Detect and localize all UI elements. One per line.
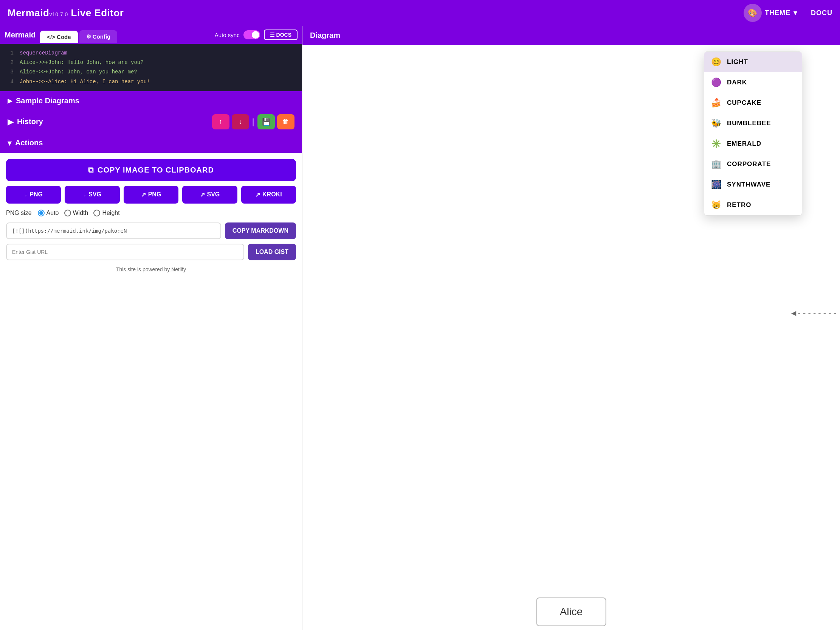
- header: Mermaidv10.7.0 Live Editor 🎨 THEME ▾ DOC…: [0, 0, 840, 26]
- tab-bar: Mermaid </> Code ⚙ Config Auto sync ☰ DO…: [0, 26, 302, 44]
- emerald-theme-label: EMERALD: [727, 140, 761, 147]
- diagram-header: Diagram: [302, 26, 840, 45]
- external-svg-button[interactable]: ↗ SVG: [182, 186, 237, 204]
- gist-input[interactable]: [6, 244, 244, 260]
- history-download-button[interactable]: ↓: [232, 114, 249, 130]
- theme-option-synthwave[interactable]: 🎆 SYNTHWAVE: [704, 174, 802, 195]
- external-png-icon: ↗: [141, 191, 146, 198]
- emerald-theme-icon: ✳️: [711, 139, 722, 149]
- diagram-arrow: ◄- - - - - - - -: [790, 309, 836, 318]
- history-upload-button[interactable]: ↑: [212, 114, 229, 130]
- sample-diagrams-label: Sample Diagrams: [16, 97, 79, 105]
- app-subtitle: Live Editor: [68, 7, 124, 19]
- radio-height-icon: [93, 210, 100, 217]
- actions-section[interactable]: ▾ Actions: [0, 133, 302, 153]
- dark-theme-icon: 🟣: [711, 78, 722, 87]
- theme-button[interactable]: 🎨 THEME ▾: [737, 1, 803, 25]
- external-png-button[interactable]: ↗ PNG: [124, 186, 178, 204]
- tab-code[interactable]: </> Code: [40, 31, 77, 43]
- png-size-height[interactable]: Height: [93, 210, 120, 217]
- theme-icon: 🎨: [744, 4, 762, 22]
- code-line-2: 2 Alice->>+John: Hello John, how are you…: [6, 58, 296, 67]
- download-png-button[interactable]: ↓ PNG: [6, 186, 61, 204]
- app-version: v10.7.0: [49, 11, 68, 17]
- png-size-row: PNG size Auto Width Height: [6, 208, 296, 218]
- panel-label: Mermaid: [5, 31, 36, 43]
- tab-right-controls: Auto sync ☰ DOCS: [215, 30, 297, 44]
- code-line-1: 1 sequenceDiagram: [6, 48, 296, 58]
- tab-config[interactable]: ⚙ Config: [79, 30, 118, 43]
- history-delete-button[interactable]: 🗑: [277, 114, 294, 130]
- retro-theme-label: RETRO: [727, 201, 752, 209]
- code-line-3: 3 Alice->>+John: John, can you hear me?: [6, 67, 296, 77]
- config-tab-label: ⚙ Config: [86, 33, 111, 40]
- history-save-button[interactable]: 💾: [257, 114, 275, 130]
- kroki-button[interactable]: ↗ KROKI: [241, 186, 296, 204]
- copy-image-label: COPY IMAGE TO CLIPBOARD: [98, 166, 214, 174]
- download-svg-button[interactable]: ↓ SVG: [65, 186, 120, 204]
- netlify-text: This site is powered by Netlify: [116, 266, 186, 272]
- external-svg-icon: ↗: [200, 191, 205, 198]
- png-size-radio-group: Auto Width Height: [38, 210, 120, 217]
- theme-option-bumblebee[interactable]: 🐝 BUMBLEBEE: [704, 113, 802, 134]
- save-icon: 💾: [262, 118, 270, 126]
- radio-auto-icon: [38, 210, 44, 217]
- trash-icon: 🗑: [283, 118, 289, 126]
- download-row: ↓ PNG ↓ SVG ↗ PNG ↗ SVG ↗ KROKI: [6, 186, 296, 204]
- corporate-theme-label: CORPORATE: [727, 160, 771, 168]
- download-icon: ↓: [238, 118, 242, 126]
- theme-option-light[interactable]: 😊 LIGHT: [704, 52, 802, 72]
- code-editor[interactable]: 1 sequenceDiagram 2 Alice->>+John: Hello…: [0, 44, 302, 91]
- app-name: Mermaid: [8, 7, 49, 19]
- download-svg-label: SVG: [88, 191, 101, 198]
- load-gist-label: LOAD GIST: [256, 249, 289, 255]
- kroki-label: KROKI: [262, 191, 282, 198]
- theme-option-emerald[interactable]: ✳️ EMERALD: [704, 134, 802, 154]
- png-size-width[interactable]: Width: [64, 210, 88, 217]
- toggle-knob: [252, 31, 259, 39]
- theme-option-cupcake[interactable]: 🍰 CUPCAKE: [704, 93, 802, 113]
- actions-label: Actions: [15, 138, 43, 147]
- theme-option-retro[interactable]: 😸 RETRO: [704, 195, 802, 215]
- markdown-input[interactable]: [6, 223, 221, 239]
- code-tab-label: </> Code: [47, 34, 71, 40]
- synthwave-theme-label: SYNTHWAVE: [727, 181, 771, 188]
- sample-diagrams-section[interactable]: ▶ Sample Diagrams: [0, 91, 302, 111]
- radio-width-icon: [64, 210, 71, 217]
- download-png-label: PNG: [30, 191, 43, 198]
- copy-markdown-button[interactable]: COPY MARKDOWN: [225, 223, 296, 239]
- retro-theme-icon: 😸: [711, 200, 722, 210]
- dark-theme-label: DARK: [727, 79, 747, 86]
- theme-option-corporate[interactable]: 🏢 CORPORATE: [704, 154, 802, 174]
- docu-button[interactable]: DOCU: [803, 6, 840, 20]
- actions-content: ⧉ COPY IMAGE TO CLIPBOARD ↓ PNG ↓ SVG ↗ …: [0, 153, 302, 282]
- copy-markdown-label: COPY MARKDOWN: [232, 227, 289, 234]
- png-size-auto[interactable]: Auto: [38, 210, 59, 217]
- code-line-4: 4 John-->>-Alice: Hi Alice, I can hear y…: [6, 77, 296, 87]
- main-layout: Mermaid </> Code ⚙ Config Auto sync ☰ DO…: [0, 26, 840, 630]
- cupcake-theme-label: CUPCAKE: [727, 99, 761, 107]
- radio-auto-label: Auto: [46, 210, 59, 217]
- load-gist-button[interactable]: LOAD GIST: [248, 244, 296, 260]
- auto-sync-toggle[interactable]: [243, 30, 260, 40]
- history-label: History: [17, 117, 43, 126]
- netlify-link[interactable]: This site is powered by Netlify: [6, 265, 296, 275]
- auto-sync-label: Auto sync: [215, 32, 240, 38]
- radio-width-label: Width: [73, 210, 88, 217]
- copy-image-button[interactable]: ⧉ COPY IMAGE TO CLIPBOARD: [6, 159, 296, 181]
- chevron-down-icon: ▾: [794, 9, 797, 17]
- corporate-theme-icon: 🏢: [711, 159, 722, 169]
- actions-chevron-icon: ▾: [8, 138, 11, 147]
- external-svg-label: SVG: [207, 191, 220, 198]
- bumblebee-theme-label: BUMBLEBEE: [727, 120, 771, 127]
- download-png-icon: ↓: [24, 191, 27, 198]
- alice-label: Alice: [560, 606, 583, 617]
- upload-icon: ↑: [219, 118, 222, 126]
- divider: |: [252, 117, 254, 127]
- cupcake-theme-icon: 🍰: [711, 98, 722, 108]
- theme-option-dark[interactable]: 🟣 DARK: [704, 72, 802, 93]
- external-png-label: PNG: [148, 191, 161, 198]
- markdown-row: COPY MARKDOWN: [6, 223, 296, 239]
- alice-box: Alice: [537, 597, 606, 626]
- docs-button[interactable]: ☰ DOCS: [264, 30, 297, 40]
